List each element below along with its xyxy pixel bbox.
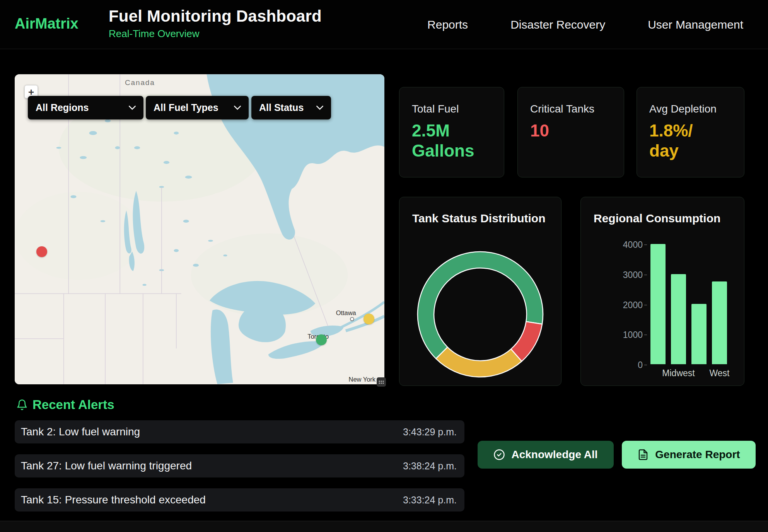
y-axis-tick <box>644 244 647 245</box>
alert-row[interactable]: Tank 15: Pressure threshold exceeded 3:3… <box>15 488 464 512</box>
alert-timestamp: 3:43:29 p.m. <box>403 426 457 438</box>
bar-column <box>648 244 668 364</box>
bar-region-1 <box>650 244 666 364</box>
stat-value-total-fuel: 2.5M Gallons <box>412 121 492 161</box>
y-axis-tick <box>644 275 647 275</box>
nav-item-reports[interactable]: Reports <box>427 18 468 31</box>
chevron-down-icon <box>129 106 136 110</box>
chevron-down-icon <box>316 106 323 110</box>
map-label-ottawa: Ottawa <box>336 309 357 316</box>
footer-bar <box>0 521 768 532</box>
regional-consumption-card: Regional Consumption 01000200030004000 M… <box>580 197 744 386</box>
bar-column: West <box>709 244 730 364</box>
filter-status-value: All Status <box>259 102 304 113</box>
map-basemap: Canada Ottawa Toronto New York <box>15 74 384 384</box>
tank-status-card: Tank Status Distribution <box>399 197 561 386</box>
map-resize-handle[interactable] <box>377 377 386 387</box>
tank-marker-normal[interactable] <box>316 334 327 345</box>
tank-status-donut <box>415 249 546 380</box>
map-canvas[interactable]: Canada Ottawa Toronto New York + All Reg… <box>15 74 384 384</box>
acknowledge-all-button[interactable]: Acknowledge All <box>478 441 614 469</box>
chart-title: Tank Status Distribution <box>412 212 545 225</box>
alerts-heading: Recent Alerts <box>32 397 114 412</box>
y-axis-label: 1000 <box>581 330 643 340</box>
bar-region-3 <box>691 304 707 364</box>
filter-fuel-types-select[interactable]: All Fuel Types <box>146 96 249 119</box>
y-axis-label: 3000 <box>581 270 643 280</box>
map-label-new-york: New York <box>349 376 376 383</box>
tank-marker-warning[interactable] <box>364 314 374 324</box>
tank-marker-critical[interactable] <box>36 246 47 257</box>
alert-message: Tank 27: Low fuel warning triggered <box>21 460 192 472</box>
stat-card-total-fuel: Total Fuel 2.5M Gallons <box>399 87 504 177</box>
bell-icon <box>16 399 28 411</box>
alert-row[interactable]: Tank 27: Low fuel warning triggered 3:38… <box>15 454 464 477</box>
generate-report-label: Generate Report <box>655 448 740 461</box>
brand-logo[interactable]: AirMatrix <box>15 15 79 32</box>
stat-label: Critical Tanks <box>530 103 611 115</box>
bar-column: Midwest <box>668 244 689 364</box>
check-circle-icon <box>493 449 505 460</box>
stat-card-critical-tanks: Critical Tanks 10 <box>517 87 624 177</box>
donut-segment-warning <box>436 347 522 377</box>
bar-west <box>712 281 727 364</box>
alert-message: Tank 2: Low fuel warning <box>21 426 140 438</box>
generate-report-button[interactable]: Generate Report <box>622 441 756 469</box>
stat-label: Avg Depletion <box>649 103 732 115</box>
alert-row[interactable]: Tank 2: Low fuel warning 3:43:29 p.m. <box>15 420 464 443</box>
stat-label: Total Fuel <box>412 103 492 115</box>
grip-dots-icon <box>378 380 384 384</box>
x-axis-label: Midwest <box>662 368 695 379</box>
y-axis-label: 0 <box>581 360 643 370</box>
x-axis-label: West <box>710 368 730 379</box>
donut-chart-wrap <box>415 249 546 380</box>
document-icon <box>637 449 649 460</box>
y-axis-tick <box>644 334 647 335</box>
bar-midwest <box>671 274 686 364</box>
bar-column <box>689 244 709 364</box>
filter-regions-value: All Regions <box>36 102 89 113</box>
regional-bars: MidwestWest <box>648 244 730 364</box>
filter-regions-select[interactable]: All Regions <box>28 96 143 119</box>
y-axis-tick <box>644 365 647 365</box>
stat-value-avg-depletion: 1.8%/ day <box>649 121 732 161</box>
y-axis-label: 4000 <box>581 240 643 250</box>
filter-status-select[interactable]: All Status <box>251 96 331 119</box>
stat-value-critical-tanks: 10 <box>530 121 611 141</box>
app-header: AirMatrix Fuel Monitoring Dashboard Real… <box>0 0 768 49</box>
chevron-down-icon <box>234 106 241 110</box>
alert-message: Tank 15: Pressure threshold exceeded <box>21 494 206 506</box>
y-axis-tick <box>644 305 647 305</box>
stat-card-avg-depletion: Avg Depletion 1.8%/ day <box>637 87 744 177</box>
chart-title: Regional Consumption <box>594 212 720 225</box>
regional-yaxis: 01000200030004000 <box>581 245 646 365</box>
filter-fuel-types-value: All Fuel Types <box>154 102 218 113</box>
city-dot-ottawa <box>350 317 354 321</box>
y-axis-label: 2000 <box>581 300 643 310</box>
alert-timestamp: 3:33:24 p.m. <box>403 494 457 506</box>
page-subtitle: Real-Time Overview <box>109 28 322 40</box>
nav-item-disaster-recovery[interactable]: Disaster Recovery <box>510 18 605 31</box>
map-label-canada: Canada <box>125 78 155 87</box>
alert-timestamp: 3:38:24 p.m. <box>403 460 457 472</box>
nav-item-user-management[interactable]: User Management <box>648 18 743 31</box>
page-title: Fuel Monitoring Dashboard <box>109 7 322 26</box>
title-block: Fuel Monitoring Dashboard Real-Time Over… <box>109 7 322 40</box>
main-nav: Reports Disaster Recovery User Managemen… <box>427 0 743 49</box>
acknowledge-all-label: Acknowledge All <box>511 448 597 461</box>
